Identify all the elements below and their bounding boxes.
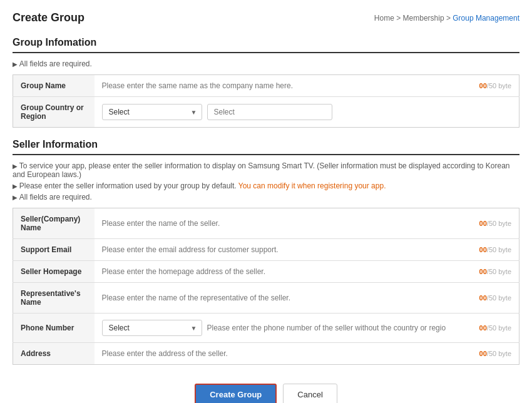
- address-label: Address: [13, 343, 95, 365]
- seller-note-3: All fields are required.: [13, 193, 519, 202]
- seller-info-table: Seller(Company) Name 00/50 byte Support …: [13, 208, 519, 365]
- phone-country-select[interactable]: Select: [102, 320, 202, 336]
- cancel-button[interactable]: Cancel: [283, 384, 337, 403]
- group-country-row: Group Country or Region Select ▼: [13, 97, 519, 128]
- seller-name-input-cell: 00/50 byte: [95, 208, 519, 239]
- phone-select-container: Select ▼: [102, 320, 202, 336]
- breadcrumb-home: Home: [374, 14, 394, 23]
- seller-name-counter: 00/50 byte: [479, 220, 511, 227]
- seller-homepage-label: Seller Homepage: [13, 261, 95, 283]
- representative-name-label: Representative's Name: [13, 283, 95, 314]
- group-info-section: Group Infomation All fields are required…: [13, 37, 519, 128]
- group-name-row: Group Name 00/50 byte: [13, 75, 519, 97]
- seller-name-row: Seller(Company) Name 00/50 byte: [13, 208, 519, 239]
- support-email-label: Support Email: [13, 239, 95, 261]
- seller-info-title: Seller Information: [13, 139, 519, 155]
- page-title: Create Group: [13, 11, 84, 24]
- group-country-label: Group Country or Region: [13, 97, 95, 128]
- representative-name-input-wrapper: 00/50 byte: [102, 293, 512, 302]
- address-counter: 00/50 byte: [479, 350, 511, 357]
- support-email-row: Support Email 00/50 byte: [13, 239, 519, 261]
- phone-number-row: Phone Number Select ▼ 00/50 byte: [13, 314, 519, 343]
- support-email-input-wrapper: 00/50 byte: [102, 245, 512, 254]
- create-group-button[interactable]: Create Group: [195, 384, 277, 403]
- group-info-required-note: All fields are required.: [13, 59, 519, 68]
- address-input[interactable]: [102, 349, 476, 358]
- phone-number-counter: 00/50 byte: [479, 324, 511, 332]
- seller-homepage-input-cell: 00/50 byte: [95, 261, 519, 283]
- seller-note-orange: You can modify it when registering your …: [238, 181, 386, 190]
- seller-name-label: Seller(Company) Name: [13, 208, 95, 239]
- support-email-input-cell: 00/50 byte: [95, 239, 519, 261]
- seller-info-section: Seller Information To service your app, …: [13, 139, 519, 365]
- group-country-select-wrapper: Select ▼: [102, 104, 512, 120]
- group-country-input-cell: Select ▼: [95, 97, 519, 128]
- page-header: Create Group Home > Membership > Group M…: [13, 11, 519, 24]
- seller-name-input-wrapper: 00/50 byte: [102, 219, 512, 228]
- representative-name-input[interactable]: [102, 293, 476, 302]
- region-input[interactable]: [207, 104, 332, 120]
- breadcrumb-current[interactable]: Group Management: [453, 14, 519, 23]
- country-select[interactable]: Select: [102, 104, 202, 120]
- breadcrumb-membership: Membership: [403, 14, 444, 23]
- phone-number-input[interactable]: [207, 324, 474, 332]
- seller-homepage-input-wrapper: 00/50 byte: [102, 267, 512, 276]
- group-name-input-cell: 00/50 byte: [95, 75, 519, 97]
- seller-note-1: To service your app, please enter the se…: [13, 161, 519, 179]
- breadcrumb-sep1: >: [396, 14, 402, 23]
- group-name-counter: 00/50 byte: [479, 82, 511, 89]
- seller-homepage-input[interactable]: [102, 267, 476, 276]
- phone-number-label: Phone Number: [13, 314, 95, 343]
- footer-buttons: Create Group Cancel: [13, 377, 519, 403]
- seller-homepage-row: Seller Homepage 00/50 byte: [13, 261, 519, 283]
- breadcrumb: Home > Membership > Group Management: [374, 14, 519, 23]
- support-email-counter: 00/50 byte: [479, 246, 511, 253]
- support-email-input[interactable]: [102, 245, 476, 254]
- country-select-container: Select ▼: [102, 104, 202, 120]
- breadcrumb-sep2: >: [446, 14, 453, 23]
- address-input-cell: 00/50 byte: [95, 343, 519, 365]
- group-name-input-wrapper: 00/50 byte: [102, 81, 512, 90]
- group-name-input[interactable]: [102, 81, 476, 90]
- seller-homepage-counter: 00/50 byte: [479, 268, 511, 275]
- group-info-title: Group Infomation: [13, 37, 519, 53]
- address-row: Address 00/50 byte: [13, 343, 519, 365]
- representative-name-row: Representative's Name 00/50 byte: [13, 283, 519, 314]
- group-name-label: Group Name: [13, 75, 95, 97]
- representative-name-counter: 00/50 byte: [479, 294, 511, 302]
- group-info-table: Group Name 00/50 byte Group Country or R…: [13, 74, 519, 128]
- seller-note-2: Please enter the seller information used…: [13, 181, 519, 190]
- phone-number-input-cell: Select ▼ 00/50 byte: [95, 314, 519, 343]
- address-input-wrapper: 00/50 byte: [102, 349, 512, 358]
- seller-name-input[interactable]: [102, 219, 476, 228]
- phone-row-wrapper: Select ▼ 00/50 byte: [102, 320, 512, 336]
- representative-name-input-cell: 00/50 byte: [95, 283, 519, 314]
